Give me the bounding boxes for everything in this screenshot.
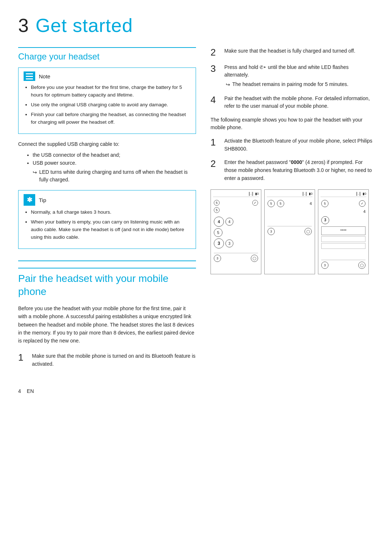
phone-1-row-3: 4 4 xyxy=(214,216,258,227)
phone-2: ║.║ ▮0 5 5 4 3 ◯ xyxy=(264,189,315,274)
note-bullet-3: Finish your call before charging the hea… xyxy=(31,111,191,126)
circle-0-footer-1: ◯ xyxy=(251,255,258,262)
signal-icon-2: ║.║ xyxy=(302,192,307,196)
step-4-content: Pair the headset with the mobile phone. … xyxy=(224,95,374,110)
pair-intro-text: Before you use the headset with your mob… xyxy=(18,304,196,345)
num-4-p3: 4 xyxy=(363,209,366,215)
phone-1-footer: 3 ◯ xyxy=(214,253,258,263)
led-note-text: LED turns white during charging and turn… xyxy=(39,168,196,184)
tip-bullet-1: Normally, a full charge takes 3 hours. xyxy=(31,209,191,216)
tip-bullets: Normally, a full charge takes 3 hours. W… xyxy=(24,209,191,241)
phone-1-row-4: 5 xyxy=(214,227,258,238)
step-3-num: 3 xyxy=(211,63,219,74)
tip-label: Tip xyxy=(39,197,46,203)
section-divider xyxy=(18,260,196,261)
pair-right-step-2-content: Enter the headset password "0000" (4 zer… xyxy=(224,159,374,182)
pair-step-1-num: 1 xyxy=(18,352,27,363)
page-title: 3Get started xyxy=(18,15,374,36)
big-circle-3-1: 3 xyxy=(214,238,224,249)
num-4-p2: 4 xyxy=(310,201,312,207)
right-column: 2 Make sure that the headset is fully ch… xyxy=(211,47,374,274)
phone-1: ║.║ ▮0 5 ✓ 5 4 4 xyxy=(211,189,261,274)
circle-3-footer-2: 3 xyxy=(268,228,275,235)
example-text: The following example shows you how to p… xyxy=(211,116,374,131)
led-note: ↪ LED turns white during charging and tu… xyxy=(18,168,196,184)
small-circle-4: 4 xyxy=(225,218,233,226)
pair-step-1: 1 Make sure that the mobile phone is tur… xyxy=(18,352,196,368)
circle-r-1: ✓ xyxy=(252,200,258,206)
circle-0-footer-2: ◯ xyxy=(305,228,312,235)
chapter-number: 3 xyxy=(18,15,29,36)
step-4: 4 Pair the headset with the mobile phone… xyxy=(211,95,374,110)
small-circle-3-1: 3 xyxy=(225,239,233,247)
pair-right-step-2-num: 2 xyxy=(211,159,219,169)
circle-5-p2: 5 xyxy=(268,200,275,207)
circle-3-footer-1: 3 xyxy=(214,255,221,262)
circle-3-footer-3: 3 xyxy=(321,262,328,269)
signal-icon-3: ║.║ xyxy=(356,192,361,196)
circle-5-3: 5 xyxy=(214,228,222,237)
arrow-icon: ↪ xyxy=(33,169,37,176)
pair-right-step-1: 1 Activate the Bluetooth feature of your… xyxy=(211,137,374,153)
tip-icon: ✱ xyxy=(24,194,35,206)
circle-5-p3: 5 xyxy=(321,200,328,207)
phone-2-body: 5 5 4 3 ◯ xyxy=(267,198,313,237)
charge-section-title: Charge your headset xyxy=(18,47,196,62)
signal-icon-1: ║.║ xyxy=(248,192,254,196)
left-column: Charge your headset Note Before you use … xyxy=(18,47,196,374)
circle-5-1: 5 xyxy=(214,200,220,206)
tip-bullet-2: When your battery is empty, you can carr… xyxy=(31,218,191,241)
note-box: Note Before you use your headset for the… xyxy=(18,67,196,134)
phone-3: ║.║ ▮0 5 ✓ 4 3 **** xyxy=(318,189,369,274)
phone-2-status: ║.║ ▮0 xyxy=(267,192,313,197)
circle-0-footer-3: ◯ xyxy=(358,262,366,269)
page-number: 4 xyxy=(18,388,21,394)
big-circle-4: 4 xyxy=(214,217,224,227)
password-field: **** xyxy=(321,226,366,235)
note-bullet-1: Before you use your headset for the firs… xyxy=(31,84,191,99)
note-bullets: Before you use your headset for the firs… xyxy=(24,84,191,126)
circle-5-2: 5 xyxy=(214,207,220,213)
phone-2-row-1: 5 5 4 xyxy=(268,199,312,208)
phone-3-footer: 3 ◯ xyxy=(321,260,366,270)
phone-2-footer: 3 ◯ xyxy=(268,226,312,236)
pair-section: Pair the headset with your mobile phone … xyxy=(18,268,196,368)
note-icon xyxy=(24,71,35,81)
phone-3-row-2: 4 xyxy=(321,208,366,216)
step-4-num: 4 xyxy=(211,95,219,105)
pair-right-step-1-num: 1 xyxy=(211,137,219,148)
phone-3-row-1: 5 ✓ xyxy=(321,199,366,208)
phone-mockups: ║.║ ▮0 5 ✓ 5 4 4 xyxy=(211,189,374,274)
phone-1-row-1: 5 ✓ xyxy=(214,199,258,206)
phone-3-body: 5 ✓ 4 3 **** 3 ◯ xyxy=(320,198,366,270)
circle-3-p3: 3 xyxy=(321,216,329,224)
connect-list: the USB connector of the headset and; US… xyxy=(18,151,196,167)
battery-icon-3: ▮0 xyxy=(363,192,366,196)
tip-box: ✱ Tip Normally, a full charge takes 3 ho… xyxy=(18,190,196,249)
step-2: 2 Make sure that the headset is fully ch… xyxy=(211,47,374,58)
phone-1-row-2: 5 xyxy=(214,206,258,214)
step-3-subnote-text: The headset remains in pairing mode for … xyxy=(232,81,348,89)
connect-item-2: USB power source. xyxy=(33,159,196,167)
step-2-content: Make sure that the headset is fully char… xyxy=(224,47,374,55)
phone-1-status: ║.║ ▮0 xyxy=(213,192,259,197)
circle-check-p3: ✓ xyxy=(359,200,366,207)
step-3-text-before: Press and hold xyxy=(224,64,258,70)
phone-3-status: ║.║ ▮0 xyxy=(320,192,366,197)
pair-right-step-1-content: Activate the Bluetooth feature of your m… xyxy=(224,137,374,153)
battery-icon-2: ▮0 xyxy=(309,192,313,196)
pair-step-1-content: Make sure that the mobile phone is turne… xyxy=(32,352,196,368)
phone-1-body: 5 ✓ 5 4 4 5 3 3 xyxy=(213,198,259,263)
circle-5-p2b: 5 xyxy=(277,200,284,207)
step-3-content: Press and hold ✆‣ until the blue and whi… xyxy=(224,63,374,89)
step-3-subnote: ↪ The headset remains in pairing mode fo… xyxy=(224,81,374,89)
input-field-1 xyxy=(321,236,366,242)
pair-section-title: Pair the headset with your mobile phone xyxy=(18,268,196,299)
connect-text: Connect the supplied USB charging cable … xyxy=(18,140,196,148)
phone-1-row-5: 3 3 xyxy=(214,238,258,249)
connect-item-1: the USB connector of the headset and; xyxy=(33,151,196,159)
phone-3-row-3: 3 xyxy=(321,216,366,225)
input-field-2 xyxy=(321,243,366,249)
step-3: 3 Press and hold ✆‣ until the blue and w… xyxy=(211,63,374,89)
arrow-icon-2: ↪ xyxy=(226,81,230,89)
